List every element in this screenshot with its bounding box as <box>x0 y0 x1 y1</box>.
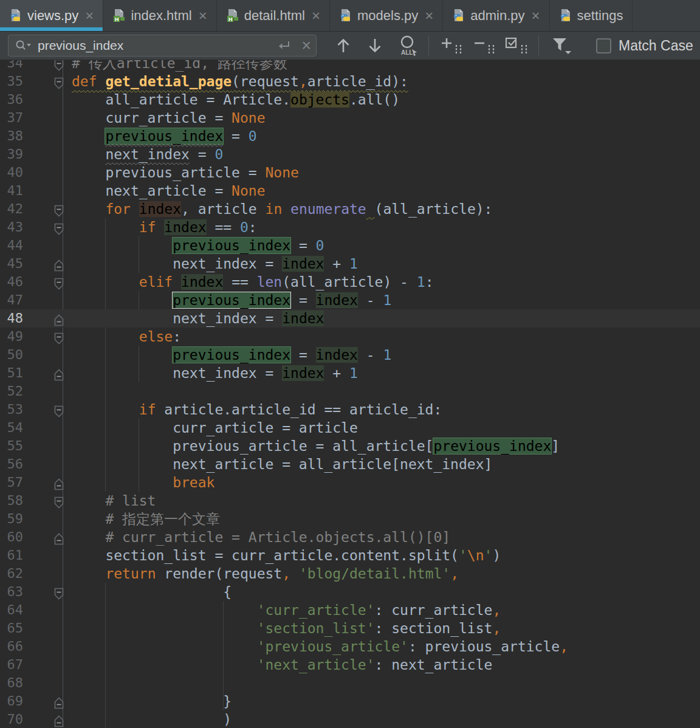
code-line-50[interactable]: 50 previous_index = index - 1 <box>0 346 700 364</box>
code-line-40[interactable]: 40 previous_article = None <box>0 163 700 182</box>
fold-start-icon[interactable] <box>54 221 64 233</box>
line-number: 54 <box>0 419 23 437</box>
tab-views.py[interactable]: views.py× <box>0 0 103 31</box>
fold-start-icon[interactable] <box>54 331 64 343</box>
code-line-44[interactable]: 44 previous_index = 0 <box>0 236 700 255</box>
line-number: 41 <box>0 182 23 200</box>
tab-label: admin.py <box>470 8 524 24</box>
code-line-48[interactable]: 48 next_index = index <box>0 309 700 328</box>
tab-detail.html[interactable]: H detail.html× <box>217 0 330 31</box>
code-line-57[interactable]: 57 break <box>0 473 700 492</box>
code-line-56[interactable]: 56 next_article = all_article[next_index… <box>0 455 700 473</box>
code-line-55[interactable]: 55 previous_article = all_article[previo… <box>0 437 700 455</box>
fold-end-icon[interactable] <box>54 367 64 379</box>
next-occurrence-button[interactable] <box>364 37 386 54</box>
tab-label: models.py <box>357 8 418 24</box>
fold-end-icon[interactable] <box>54 312 64 325</box>
fold-end-icon[interactable] <box>54 476 64 489</box>
tab-label: views.py <box>27 8 78 24</box>
fold-start-icon[interactable] <box>54 586 64 598</box>
code-editor[interactable]: 34# 传入article_id, 路径传参数35def get_detial_… <box>0 60 700 727</box>
code-line-70[interactable]: 70 ) <box>0 710 700 727</box>
code-line-42[interactable]: 42 for index, article in enumerate (all_… <box>0 200 700 218</box>
code-line-59[interactable]: 59 # 指定第一个文章 <box>0 510 700 528</box>
code-line-53[interactable]: 53 if article.article_id == article_id: <box>0 400 700 419</box>
fold-end-icon[interactable] <box>54 713 64 726</box>
tab-close-icon[interactable]: × <box>199 10 207 22</box>
search-field[interactable]: × <box>8 35 317 57</box>
code-line-49[interactable]: 49 else: <box>0 328 700 346</box>
code-line-68[interactable]: 68 <box>0 674 700 692</box>
code-text: # 指定第一个文章 <box>72 510 220 528</box>
code-line-45[interactable]: 45 next_index = index + 1 <box>0 255 700 273</box>
find-all-button[interactable]: ALL <box>396 35 420 57</box>
code-line-36[interactable]: 36 all_article = Article.objects.all() <box>0 91 700 109</box>
tab-settings[interactable]: settings <box>550 0 633 31</box>
fold-start-icon[interactable] <box>54 403 64 416</box>
tab-admin.py[interactable]: admin.py× <box>443 0 549 31</box>
line-number: 46 <box>0 273 23 291</box>
code-line-61[interactable]: 61 section_list = curr_article.content.s… <box>0 546 700 565</box>
line-number: 42 <box>0 200 23 218</box>
tab-index.html[interactable]: H index.html× <box>103 0 216 31</box>
line-number: 65 <box>0 619 23 637</box>
filter-search-results-button[interactable] <box>549 35 575 56</box>
previous-occurrence-button[interactable] <box>332 37 354 54</box>
tab-label: settings <box>577 8 623 24</box>
tab-close-icon[interactable]: × <box>312 10 320 22</box>
search-input[interactable] <box>38 38 275 53</box>
add-selection-button[interactable] <box>439 35 465 56</box>
code-text: def get_detial_page(request,article_id): <box>72 72 408 91</box>
code-line-41[interactable]: 41 next_article = None <box>0 182 700 200</box>
svg-text:ALL: ALL <box>401 49 413 56</box>
code-line-37[interactable]: 37 curr_article = None <box>0 109 700 127</box>
code-line-63[interactable]: 63 { <box>0 583 700 601</box>
tab-close-icon[interactable]: × <box>532 10 540 22</box>
code-line-67[interactable]: 67 'next_article': next_article <box>0 656 700 674</box>
search-icon <box>15 39 33 52</box>
fold-end-icon[interactable] <box>54 258 64 270</box>
tab-models.py[interactable]: models.py× <box>330 0 443 31</box>
code-line-35[interactable]: 35def get_detial_page(request,article_id… <box>0 72 700 91</box>
line-number: 38 <box>0 127 23 145</box>
code-line-60[interactable]: 60 # curr_article = Article.objects.all(… <box>0 528 700 546</box>
arrow-down-icon <box>367 37 383 54</box>
fold-end-icon[interactable] <box>54 695 64 707</box>
code-line-38[interactable]: 38 previous_index = 0 <box>0 127 700 145</box>
code-line-34[interactable]: 34# 传入article_id, 路径传参数 <box>0 60 700 72</box>
code-text: } <box>72 692 232 710</box>
fold-start-icon[interactable] <box>54 495 64 507</box>
code-line-62[interactable]: 62 return render(request, 'blog/detail.h… <box>0 565 700 583</box>
fold-start-icon[interactable] <box>54 276 64 288</box>
code-text: previous_index = 0 <box>72 236 324 255</box>
code-line-52[interactable]: 52 <box>0 382 700 400</box>
svg-text:H: H <box>115 16 119 22</box>
code-line-46[interactable]: 46 elif index == len(all_article) - 1: <box>0 273 700 291</box>
fold-start-icon[interactable] <box>54 60 64 69</box>
fold-end-icon[interactable] <box>54 531 64 543</box>
code-line-54[interactable]: 54 curr_article = article <box>0 419 700 437</box>
tab-close-icon[interactable]: × <box>425 10 433 22</box>
select-all-occurrences-button[interactable] <box>503 35 531 56</box>
remove-selection-button[interactable] <box>472 35 498 56</box>
code-line-58[interactable]: 58 # list <box>0 492 700 510</box>
code-line-43[interactable]: 43 if index == 0: <box>0 218 700 236</box>
tab-close-icon[interactable]: × <box>85 10 94 22</box>
code-line-69[interactable]: 69 } <box>0 692 700 710</box>
match-case-checkbox[interactable] <box>596 38 611 53</box>
line-number: 70 <box>0 710 23 727</box>
code-line-47[interactable]: 47 previous_index = index - 1 <box>0 291 700 309</box>
python-file-icon <box>452 9 465 23</box>
fold-start-icon[interactable] <box>54 75 64 88</box>
code-lines: 34# 传入article_id, 路径传参数35def get_detial_… <box>0 60 700 727</box>
code-line-51[interactable]: 51 next_index = index + 1 <box>0 364 700 382</box>
code-line-39[interactable]: 39 next_index = 0 <box>0 145 700 163</box>
code-line-64[interactable]: 64 'curr_article': curr_article, <box>0 601 700 619</box>
plus-selection-icon <box>440 35 464 56</box>
code-text: previous_index = 0 <box>72 127 257 145</box>
code-line-66[interactable]: 66 'previous_article': previous_article, <box>0 637 700 656</box>
code-line-65[interactable]: 65 'section_list': section_list, <box>0 619 700 637</box>
fold-start-icon[interactable] <box>54 203 64 215</box>
clear-search-icon[interactable]: × <box>301 39 311 52</box>
line-number: 35 <box>0 72 23 91</box>
